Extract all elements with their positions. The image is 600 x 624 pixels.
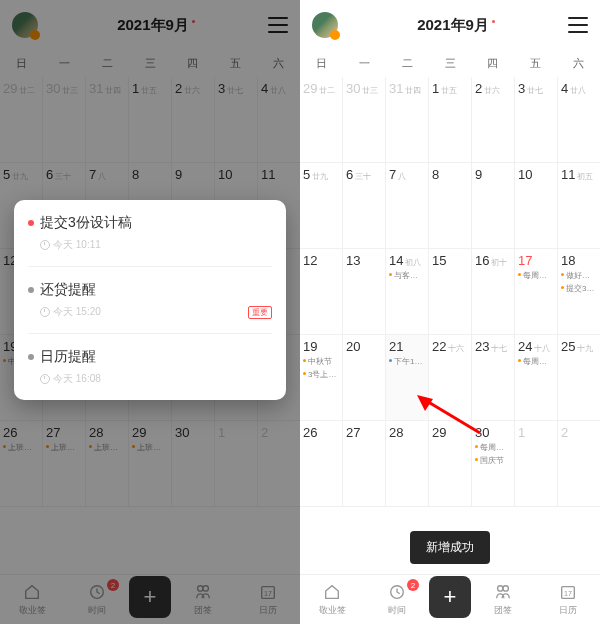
menu-icon[interactable] [568,17,588,33]
tab-home[interactable]: 敬业签 [300,582,365,617]
avatar[interactable] [312,12,338,38]
team-icon [493,582,513,602]
calendar-cell[interactable]: 11初五 [558,163,600,249]
reminder-title: 提交3份设计稿 [28,214,272,232]
important-tag: 重要 [248,306,272,319]
calendar-cell[interactable]: 29廿二 [300,77,343,163]
tab-label: 时间 [388,604,406,617]
add-button[interactable]: + [429,576,471,618]
tab-clock[interactable]: 时间2 [365,582,430,617]
calendar-cell[interactable]: 28 [386,421,429,507]
weekday-label: 日 [300,56,343,71]
calendar-cell[interactable]: 22十六 [429,335,472,421]
reminder-title: 还贷提醒 [28,281,272,299]
calendar-cell[interactable]: 1 [515,421,558,507]
home-icon [322,582,342,602]
reminder-item[interactable]: 日历提醒今天 16:08 [28,334,272,400]
reminder-time: 今天 10:11 [28,238,272,252]
calendar-cell[interactable]: 24十八每周五提… [515,335,558,421]
calendar-cell[interactable]: 6三十 [343,163,386,249]
calendar-cell[interactable]: 4廿八 [558,77,600,163]
calendar-grid-right: 29廿二30廿三31廿四1廿五2廿六3廿七4廿八5廿九6三十7八891011初五… [300,77,600,507]
calendar-cell[interactable]: 20 [343,335,386,421]
calendar-cell[interactable]: 17每周五提… [515,249,558,335]
calendar-cell[interactable]: 30每周五提…国庆节 [472,421,515,507]
svg-point-8 [498,586,503,591]
calendar-cell[interactable]: 8 [429,163,472,249]
reminder-time: 今天 16:08 [28,372,272,386]
calendar-cell[interactable]: 7八 [386,163,429,249]
calendar-cell[interactable]: 3廿七 [515,77,558,163]
calendar-cell[interactable]: 2 [558,421,600,507]
clock-icon [40,374,50,384]
tab-team[interactable]: 团签 [471,582,536,617]
reminder-time: 今天 15:20 [28,305,272,319]
weekday-label: 三 [429,56,472,71]
calendar-cell[interactable]: 16初十 [472,249,515,335]
tab-label: 敬业签 [319,604,346,617]
clock-icon [387,582,407,602]
tab-label: 日历 [559,604,577,617]
page-title[interactable]: 2021年9月 [417,16,489,35]
weekday-label: 五 [514,56,557,71]
calendar-cell[interactable]: 18做好预习…提交3份… [558,249,600,335]
weekday-row-right: 日一二三四五六 [300,50,600,77]
calendar-cell[interactable]: 30廿三 [343,77,386,163]
calendar-cell[interactable]: 19中秋节3号上午… [300,335,343,421]
calendar-cell[interactable]: 10 [515,163,558,249]
calendar-cell[interactable]: 2廿六 [472,77,515,163]
calendar-cell[interactable]: 21下午10… [386,335,429,421]
calendar-cell[interactable]: 27 [343,421,386,507]
calendar-cell[interactable]: 25十九 [558,335,600,421]
reminder-title: 日历提醒 [28,348,272,366]
weekday-label: 四 [471,56,514,71]
calendar-cell[interactable]: 5廿九 [300,163,343,249]
tab-calendar[interactable]: 17日历 [536,582,601,617]
clock-icon [40,240,50,250]
toast: 新增成功 [410,531,490,564]
tabbar-right: 敬业签时间2+团签17日历 [300,574,600,624]
weekday-label: 六 [557,56,600,71]
calendar-cell[interactable]: 9 [472,163,515,249]
weekday-label: 二 [386,56,429,71]
calendar-cell[interactable]: 1廿五 [429,77,472,163]
clock-icon [40,307,50,317]
reminder-item[interactable]: 提交3份设计稿今天 10:11 [28,200,272,267]
tab-label: 团签 [494,604,512,617]
svg-point-9 [503,586,508,591]
calendar-cell[interactable]: 15 [429,249,472,335]
calendar-cell[interactable]: 12 [300,249,343,335]
badge: 2 [407,579,419,591]
right-pane: 2021年9月 日一二三四五六 29廿二30廿三31廿四1廿五2廿六3廿七4廿八… [300,0,600,624]
calendar-icon: 17 [558,582,578,602]
calendar-cell[interactable]: 13 [343,249,386,335]
calendar-cell[interactable]: 23十七 [472,335,515,421]
svg-text:17: 17 [564,589,572,598]
calendar-cell[interactable]: 26 [300,421,343,507]
reminder-popup: 提交3份设计稿今天 10:11还贷提醒今天 15:20重要日历提醒今天 16:0… [14,200,286,400]
left-pane: 2021年9月 日一二三四五六 29廿二30廿三31廿四1廿五2廿六3廿七4廿八… [0,0,300,624]
reminder-item[interactable]: 还贷提醒今天 15:20重要 [28,267,272,334]
calendar-cell[interactable]: 31廿四 [386,77,429,163]
calendar-cell[interactable]: 14初八与客户对… [386,249,429,335]
header: 2021年9月 [300,0,600,50]
weekday-label: 一 [343,56,386,71]
calendar-cell[interactable]: 29 [429,421,472,507]
